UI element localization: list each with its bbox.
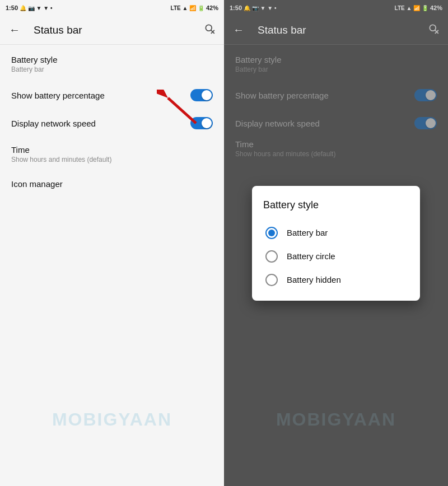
- left-setting-time[interactable]: Time Show hours and minutes (default): [0, 137, 224, 171]
- left-setting-show-battery-pct[interactable]: Show battery percentage: [0, 81, 224, 109]
- left-back-icon: ←: [9, 24, 20, 36]
- left-setting-show-battery-pct-label: Show battery percentage: [11, 91, 105, 100]
- left-setting-battery-style-text: Battery style Battery bar: [11, 55, 58, 73]
- radio-battery-hidden-circle: [265, 274, 278, 286]
- left-setting-time-label: Time: [11, 145, 111, 155]
- left-search-button[interactable]: [199, 20, 220, 40]
- left-setting-icon-manager-label: Icon manager: [11, 179, 63, 189]
- left-setting-battery-style[interactable]: Battery style Battery bar: [0, 47, 224, 81]
- left-page-title: Status bar: [34, 24, 190, 36]
- left-status-left: 1:50 🔔 📷 ▼ ▼ •: [6, 4, 52, 11]
- left-setting-icon-manager[interactable]: Icon manager: [0, 171, 224, 197]
- radio-option-battery-bar[interactable]: Battery bar: [263, 221, 409, 245]
- radio-battery-bar-label: Battery bar: [287, 228, 328, 237]
- left-signal-icons: LTE ▲ 📶 🔋: [171, 5, 204, 11]
- left-toggle-network-speed-knob: [202, 118, 212, 128]
- dialog-backdrop: Battery style Battery bar Battery circle…: [224, 0, 448, 486]
- left-search-icon: [204, 23, 215, 37]
- left-setting-show-battery-pct-text: Show battery percentage: [11, 91, 105, 100]
- battery-style-dialog: Battery style Battery bar Battery circle…: [252, 186, 420, 301]
- left-time: 1:50: [6, 4, 18, 11]
- radio-battery-bar-inner: [268, 230, 275, 236]
- left-setting-battery-style-label: Battery style: [11, 55, 58, 64]
- left-setting-battery-style-sub: Battery bar: [11, 66, 58, 73]
- left-setting-time-sub: Show hours and minutes (default): [11, 156, 111, 163]
- radio-battery-circle-label: Battery circle: [287, 251, 335, 261]
- radio-battery-bar-circle: [265, 227, 278, 239]
- dialog-title: Battery style: [263, 199, 409, 211]
- left-setting-network-speed-text: Display network speed: [11, 119, 96, 128]
- left-settings-list: Battery style Battery bar Show battery p…: [0, 45, 224, 486]
- left-toggle-battery-pct-knob: [202, 90, 212, 100]
- radio-option-battery-circle[interactable]: Battery circle: [263, 245, 409, 268]
- left-status-right: LTE ▲ 📶 🔋 42%: [171, 4, 218, 11]
- left-battery-pct: 42%: [206, 4, 218, 11]
- right-panel: 1:50 🔔 📷 ▼ ▼ • LTE ▲ 📶 🔋 42% ← Status ba…: [224, 0, 448, 486]
- left-toggle-network-speed[interactable]: [190, 117, 213, 129]
- left-setting-network-speed[interactable]: Display network speed: [0, 109, 224, 137]
- radio-battery-hidden-label: Battery hidden: [287, 275, 341, 284]
- left-back-button[interactable]: ←: [4, 20, 25, 40]
- left-setting-network-speed-label: Display network speed: [11, 119, 96, 128]
- left-top-bar: ← Status bar: [0, 16, 224, 45]
- left-icons: 🔔 📷 ▼ ▼ •: [20, 5, 52, 11]
- radio-battery-circle-circle: [265, 250, 278, 263]
- left-panel: 1:50 🔔 📷 ▼ ▼ • LTE ▲ 📶 🔋 42% ← Status ba…: [0, 0, 224, 486]
- radio-option-battery-hidden[interactable]: Battery hidden: [263, 268, 409, 292]
- svg-point-0: [206, 25, 212, 31]
- left-status-bar: 1:50 🔔 📷 ▼ ▼ • LTE ▲ 📶 🔋 42%: [0, 0, 224, 16]
- left-setting-time-text: Time Show hours and minutes (default): [11, 145, 111, 163]
- left-toggle-battery-pct[interactable]: [190, 89, 213, 101]
- left-setting-icon-manager-text: Icon manager: [11, 179, 63, 189]
